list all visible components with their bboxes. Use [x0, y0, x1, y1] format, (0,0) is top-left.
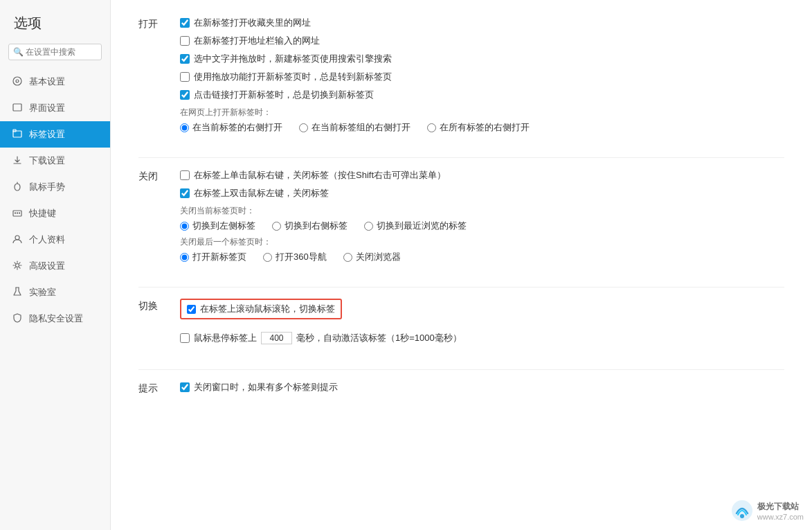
privacy-icon	[11, 313, 24, 325]
svg-point-5	[15, 184, 20, 191]
open-option-3-text: 选中文字并拖放时，新建标签页使用搜索引擎搜索	[194, 53, 392, 65]
close-radio-group-1: 切换到左侧标签 切换到右侧标签 切换到最近浏览的标签	[180, 220, 784, 232]
sidebar-item-basic[interactable]: 基本设置	[0, 69, 110, 95]
sidebar-item-tabs[interactable]: 标签设置	[0, 121, 110, 148]
open-checkbox-5[interactable]	[180, 90, 190, 100]
sidebar-item-download[interactable]: 下载设置	[0, 148, 110, 174]
close-radio-1-input-2[interactable]	[272, 222, 281, 231]
sidebar-item-profile[interactable]: 个人资料	[0, 227, 110, 253]
basic-settings-icon	[11, 76, 24, 88]
switch-hover-value-input[interactable]	[261, 332, 292, 344]
close-option-2: 在标签上双击鼠标左键，关闭标签	[180, 187, 784, 200]
open-option-5-text: 点击链接打开新标签时，总是切换到新标签页	[194, 89, 374, 101]
sidebar-item-interface-label: 界面设置	[29, 102, 65, 114]
sidebar-item-shortcuts[interactable]: 快捷键	[0, 200, 110, 227]
open-radio-1: 在当前标签的右侧打开	[180, 121, 282, 134]
open-radio-2-text: 在当前标签组的右侧打开	[312, 121, 410, 134]
hint-checkbox[interactable]	[180, 382, 190, 392]
close-radio-1-1: 切换到左侧标签	[180, 220, 255, 232]
open-option-3: 选中文字并拖放时，新建标签页使用搜索引擎搜索	[180, 53, 784, 65]
watermark-logo-icon	[731, 500, 753, 522]
switch-hover-checkbox[interactable]	[180, 333, 190, 343]
switch-highlight-box: 在标签上滚动鼠标滚轮，切换标签	[180, 299, 342, 319]
sidebar-item-privacy[interactable]: 隐私安全设置	[0, 306, 110, 332]
open-radio-2: 在当前标签组的右侧打开	[299, 121, 410, 134]
open-checkbox-4[interactable]	[180, 72, 190, 82]
switch-highlight-text: 在标签上滚动鼠标滚轮，切换标签	[200, 303, 335, 315]
close-radio-2-input-3[interactable]	[343, 253, 352, 262]
open-radio-input-1[interactable]	[180, 123, 189, 132]
open-option-4-text: 使用拖放功能打开新标签页时，总是转到新标签页	[194, 71, 392, 83]
open-section: 打开 在新标签打开收藏夹里的网址 在新标签打开地址栏输入的网址 选中文字并拖放时…	[138, 17, 784, 138]
hint-section: 提示 关闭窗口时，如果有多个标签则提示	[138, 381, 784, 399]
close-section: 关闭 在标签上单击鼠标右键，关闭标签（按住Shift右击可弹出菜单） 在标签上双…	[138, 169, 784, 267]
download-settings-icon	[11, 155, 24, 167]
close-radio-1-3-text: 切换到最近浏览的标签	[377, 220, 467, 232]
sidebar-item-lab[interactable]: 实验室	[0, 279, 110, 306]
svg-point-10	[15, 236, 19, 240]
tabs-settings-icon	[11, 129, 24, 141]
close-radio-2-input-1[interactable]	[180, 253, 189, 262]
divider-1	[138, 157, 784, 158]
close-radio-2-3: 关闭浏览器	[343, 251, 401, 263]
open-radio-1-text: 在当前标签的右侧打开	[192, 121, 282, 134]
sidebar-item-interface[interactable]: 界面设置	[0, 95, 110, 121]
close-content: 在标签上单击鼠标右键，关闭标签（按住Shift右击可弹出菜单） 在标签上双击鼠标…	[180, 169, 784, 267]
close-option-1-text: 在标签上单击鼠标右键，关闭标签（按住Shift右击可弹出菜单）	[194, 169, 446, 182]
divider-3	[138, 369, 784, 370]
search-box: 🔍	[8, 44, 102, 60]
switch-section: 切换 在标签上滚动鼠标滚轮，切换标签 鼠标悬停标签上 毫秒，自动激活该标签（1秒…	[138, 299, 784, 350]
close-radio-1-2-text: 切换到右侧标签	[285, 220, 348, 232]
open-checkbox-1[interactable]	[180, 18, 190, 28]
svg-point-1	[16, 80, 19, 82]
close-radio-2-3-text: 关闭浏览器	[356, 251, 401, 263]
switch-hover-text-1: 鼠标悬停标签上	[194, 332, 257, 344]
close-radio-1-input-3[interactable]	[364, 222, 373, 231]
open-option-4: 使用拖放功能打开新标签页时，总是转到新标签页	[180, 71, 784, 83]
close-radio-1-input-1[interactable]	[180, 222, 189, 231]
sidebar-item-shortcuts-label: 快捷键	[29, 207, 56, 220]
sidebar-item-advanced-label: 高级设置	[29, 260, 65, 272]
open-radio-input-3[interactable]	[427, 123, 436, 132]
switch-checkbox-1[interactable]	[187, 305, 196, 314]
search-icon: 🔍	[13, 47, 24, 57]
close-radio-2-1-text: 打开新标签页	[192, 251, 246, 263]
open-radio-group: 在当前标签的右侧打开 在当前标签组的右侧打开 在所有标签的右侧打开	[180, 121, 784, 134]
close-checkbox-2[interactable]	[180, 188, 190, 198]
close-radio-2-2-text: 打开360导航	[276, 251, 327, 263]
open-radio-input-2[interactable]	[299, 123, 308, 132]
mouse-gesture-icon	[11, 182, 24, 193]
close-option-2-text: 在标签上双击鼠标左键，关闭标签	[194, 187, 329, 200]
close-radio-1-1-text: 切换到左侧标签	[192, 220, 255, 232]
close-radio-2-input-2[interactable]	[263, 253, 272, 262]
open-checkbox-2[interactable]	[180, 36, 190, 46]
close-radio-1-2: 切换到右侧标签	[272, 220, 348, 232]
open-radio-label: 在网页上打开新标签时：	[180, 107, 784, 118]
divider-2	[138, 287, 784, 288]
switch-label: 切换	[138, 299, 180, 350]
svg-point-11	[16, 263, 19, 267]
open-option-5: 点击链接打开新标签时，总是切换到新标签页	[180, 89, 784, 101]
interface-settings-icon	[11, 103, 24, 114]
svg-rect-7	[15, 212, 16, 213]
open-checkbox-3[interactable]	[180, 54, 190, 64]
close-radio-group-2: 打开新标签页 打开360导航 关闭浏览器	[180, 251, 784, 263]
open-label: 打开	[138, 17, 180, 138]
sidebar-item-mouse[interactable]: 鼠标手势	[0, 174, 110, 200]
sidebar-item-advanced[interactable]: 高级设置	[0, 253, 110, 279]
profile-icon	[11, 234, 24, 246]
switch-content: 在标签上滚动鼠标滚轮，切换标签 鼠标悬停标签上 毫秒，自动激活该标签（1秒=10…	[180, 299, 784, 350]
sidebar-item-privacy-label: 隐私安全设置	[29, 312, 83, 325]
hint-option: 关闭窗口时，如果有多个标签则提示	[180, 381, 784, 394]
sidebar-item-tabs-label: 标签设置	[29, 128, 65, 141]
switch-hover-text-2: 毫秒，自动激活该标签（1秒=1000毫秒）	[296, 332, 462, 344]
sidebar-title: 选项	[0, 7, 110, 44]
watermark-text: 极光下载站	[757, 501, 804, 513]
svg-rect-2	[13, 104, 21, 111]
close-checkbox-1[interactable]	[180, 170, 190, 180]
svg-point-0	[13, 77, 21, 85]
watermark: 极光下载站 www.xz7.com	[731, 500, 804, 522]
svg-point-13	[740, 514, 744, 518]
sidebar-item-mouse-label: 鼠标手势	[29, 181, 65, 193]
open-content: 在新标签打开收藏夹里的网址 在新标签打开地址栏输入的网址 选中文字并拖放时，新建…	[180, 17, 784, 138]
